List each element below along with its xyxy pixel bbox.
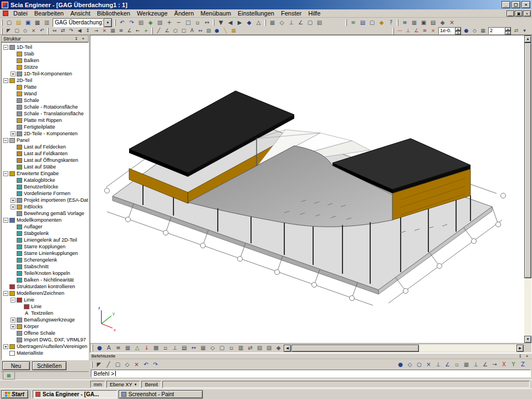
ortho-mode-icon[interactable]: ⊥ (471, 360, 480, 369)
scale-input[interactable]: 2 ▲ ▼ (488, 27, 511, 35)
tree-item-linie[interactable]: −Linie (2, 296, 88, 303)
tree-item-stab[interactable]: Stab (2, 50, 88, 57)
polar-tracking-icon[interactable]: ∠ (480, 360, 490, 369)
dimensions-display-icon[interactable]: ↔ (189, 344, 198, 352)
lock-y-icon[interactable]: Y (509, 360, 518, 369)
repeat-command-icon[interactable]: ↷ (151, 360, 160, 369)
struktur-panel-tab[interactable]: ▦ (3, 372, 15, 380)
more-tools-icon[interactable]: ▾ (520, 27, 529, 34)
collapse-icon[interactable]: − (3, 45, 8, 50)
tree-item-linie[interactable]: Linie (2, 303, 88, 310)
close-view-icon[interactable]: × (447, 18, 457, 27)
ortho-icon[interactable]: ⊥ (404, 27, 412, 34)
line-grid-icon[interactable]: ▦ (462, 360, 471, 369)
view-side-icon[interactable]: ▶ (235, 18, 244, 27)
spin-down-icon[interactable]: ▼ (455, 31, 461, 35)
task-button-screenshot-paint[interactable]: Screenshot - Paint (119, 390, 203, 398)
tree-item-stabgelenk[interactable]: Stabgelenk (2, 230, 88, 237)
tree-item-fertigteilplatte[interactable]: Fertigteilplatte (2, 124, 88, 130)
node-display-icon[interactable]: ● (95, 344, 104, 352)
zoom-in-icon[interactable]: + (165, 18, 174, 27)
surface-display-icon[interactable]: ▦ (123, 344, 132, 352)
menu-datei[interactable]: Datei (10, 10, 31, 17)
layers-icon[interactable]: ▧ (136, 18, 146, 27)
expand-icon[interactable]: + (11, 71, 16, 76)
step-input-value[interactable]: 1e-0. (438, 27, 455, 34)
zoom-window-icon[interactable]: ▫ (227, 344, 236, 352)
stretch-icon[interactable]: → (92, 27, 100, 34)
select-rect-icon[interactable]: ▢ (13, 27, 21, 34)
mdi-close-icon[interactable]: × (523, 11, 531, 17)
tree-item-last-auf-feldkanten[interactable]: Last auf Feldkanten (2, 150, 88, 157)
select-rect-icon[interactable]: ▢ (113, 360, 122, 369)
angle-icon[interactable]: ∠ (412, 27, 421, 34)
menu-menubaum[interactable]: Menübaum (197, 10, 234, 17)
tree-item-korper[interactable]: +Körper (2, 323, 88, 330)
new-document-icon[interactable]: ▢ (4, 18, 14, 27)
results-icon[interactable]: ▤ (358, 18, 367, 27)
properties-icon[interactable]: ≡ (400, 18, 410, 27)
axonometry-icon[interactable]: ◆ (244, 18, 254, 27)
bim-toolbox-icon[interactable]: ◆ (377, 18, 386, 27)
tree-item-liniengelenk-auf-2d-teil[interactable]: Liniengelenk auf 2D-Teil (2, 237, 88, 243)
zoom-window-icon[interactable]: ▫ (193, 18, 202, 27)
tree-item-benutzerblocke[interactable]: Benutzerblöcke (2, 183, 88, 190)
trim-icon[interactable]: ∠ (125, 27, 134, 34)
report-icon[interactable]: ▤ (428, 18, 438, 27)
print-preview-icon[interactable]: ▥ (42, 18, 52, 27)
tree-item-ubertragen-aufteilen-vereinigen[interactable]: +Übertragen/Aufteilen/Vereinigen (2, 343, 88, 350)
snap-intersection-icon[interactable]: × (424, 360, 433, 369)
expand-icon[interactable]: + (11, 198, 16, 203)
load-display-icon[interactable]: ↓ (142, 344, 151, 352)
line-style-icon[interactable]: — (396, 27, 404, 34)
horizontal-scrollbar[interactable]: ◀ ▶ (284, 345, 524, 352)
horizontal-scroll-thumb[interactable] (291, 345, 419, 352)
lock-x-icon[interactable]: X (499, 360, 509, 369)
tree-item-panel[interactable]: −Panel (2, 137, 88, 144)
menu-einstellungen[interactable]: Einstellungen (234, 10, 278, 17)
tree-item-textzeilen[interactable]: ATextzeilen (2, 310, 88, 316)
deselect-icon[interactable]: × (29, 27, 38, 34)
offset-icon[interactable]: ≡ (117, 27, 125, 34)
mirror-icon[interactable]: ◀ (75, 27, 84, 34)
zoom-out-icon[interactable]: − (174, 18, 183, 27)
redo-icon[interactable]: ↷ (127, 18, 136, 27)
model-data-icon[interactable]: ▤ (180, 344, 189, 352)
maximize-icon[interactable]: ▢ (511, 1, 520, 8)
tree-item-1d-teil-komponenten[interactable]: +1D-Teil-Komponenten (2, 70, 88, 77)
snap-icon[interactable]: ◇ (277, 18, 287, 27)
undo-icon[interactable]: ↶ (117, 18, 127, 27)
grid-display-icon[interactable]: ▦ (198, 344, 208, 352)
snap-center-icon[interactable]: ○ (415, 360, 424, 369)
zoom-extents-icon[interactable]: ▢ (217, 344, 227, 352)
perspective-icon[interactable]: △ (254, 18, 263, 27)
view-top-icon[interactable]: ▼ (216, 18, 226, 27)
tree-item-last-auf-feldecken[interactable]: Last auf Feldecken (2, 144, 88, 150)
tree-item-modellkomponenten[interactable]: −Modellkomponenten (2, 217, 88, 223)
dot-grid-icon[interactable]: ▫ (452, 360, 462, 369)
tree-item-bemassungswerkzeuge[interactable]: +Bemaßungswerkzeuge (2, 316, 88, 323)
beam-labels-icon[interactable]: ≡ (114, 344, 123, 352)
view-settings-icon[interactable]: ◆ (274, 344, 283, 352)
delete-icon[interactable]: × (100, 27, 109, 34)
line-icon[interactable]: ╱ (155, 27, 163, 34)
tree-item-strukturdaten-kontrollieren[interactable]: Strukturdaten kontrollieren (2, 283, 88, 290)
collapse-icon[interactable]: − (3, 291, 8, 296)
expand-icon[interactable]: + (11, 131, 16, 136)
tree-item-materialliste[interactable]: Materialliste (2, 350, 88, 356)
pointer-icon[interactable]: ◤ (4, 27, 13, 34)
join-icon[interactable]: + (142, 27, 150, 34)
snap-mid-icon[interactable]: ◇ (470, 27, 479, 34)
scroll-left-icon[interactable]: ◀ (284, 345, 291, 352)
extend-icon[interactable]: ← (134, 27, 142, 34)
zoom-all-icon[interactable]: □ (183, 18, 193, 27)
save-icon[interactable]: ▣ (23, 18, 33, 27)
print-icon[interactable]: ▦ (33, 18, 42, 27)
polyline-icon[interactable]: ∠ (163, 27, 171, 34)
select-poly-icon[interactable]: ◇ (122, 360, 132, 369)
menu-bibliotheken[interactable]: Bibliotheken (94, 10, 134, 17)
step-input[interactable]: 1e-0. ▲ ▼ (438, 27, 461, 35)
tree-item-teile-knoten-koppeln[interactable]: Teile/Knoten koppeln (2, 270, 88, 277)
pin-icon[interactable]: ↧ (73, 36, 80, 42)
tree-item-starre-linienkupplungen[interactable]: Starre Linienkupplungen (2, 250, 88, 257)
